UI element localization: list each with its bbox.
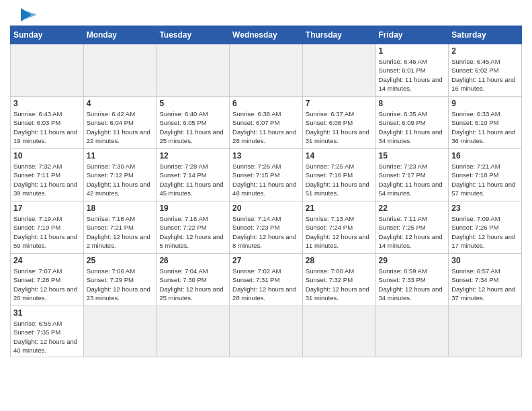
weekday-header-saturday: Saturday xyxy=(449,26,522,44)
calendar-cell xyxy=(230,44,303,97)
day-number: 13 xyxy=(232,151,300,161)
svg-marker-1 xyxy=(26,11,37,19)
calendar-cell: 3Sunrise: 6:43 AM Sunset: 6:03 PM Daylig… xyxy=(11,97,84,149)
day-number: 15 xyxy=(379,151,446,161)
day-number: 6 xyxy=(232,99,300,108)
day-info: Sunrise: 7:09 AM Sunset: 7:26 PM Dayligh… xyxy=(451,214,519,250)
calendar-cell xyxy=(302,306,375,357)
day-number: 1 xyxy=(379,46,446,56)
calendar-cell xyxy=(11,44,84,97)
day-number: 24 xyxy=(13,256,81,265)
day-info: Sunrise: 7:02 AM Sunset: 7:31 PM Dayligh… xyxy=(232,267,300,302)
calendar-week-row: 31Sunrise: 6:55 AM Sunset: 7:35 PM Dayli… xyxy=(11,306,522,357)
calendar-cell: 22Sunrise: 7:11 AM Sunset: 7:25 PM Dayli… xyxy=(375,201,449,254)
day-info: Sunrise: 6:43 AM Sunset: 6:03 PM Dayligh… xyxy=(13,109,81,145)
calendar-cell: 4Sunrise: 6:42 AM Sunset: 6:04 PM Daylig… xyxy=(83,97,157,149)
day-info: Sunrise: 7:28 AM Sunset: 7:14 PM Dayligh… xyxy=(159,162,226,197)
day-info: Sunrise: 7:14 AM Sunset: 7:23 PM Dayligh… xyxy=(232,214,300,250)
calendar-cell: 31Sunrise: 6:55 AM Sunset: 7:35 PM Dayli… xyxy=(11,306,84,357)
weekday-header-sunday: Sunday xyxy=(11,26,84,44)
day-info: Sunrise: 7:30 AM Sunset: 7:12 PM Dayligh… xyxy=(87,162,154,197)
calendar-cell: 20Sunrise: 7:14 AM Sunset: 7:23 PM Dayli… xyxy=(230,201,303,254)
day-number: 20 xyxy=(232,203,300,213)
logo xyxy=(10,7,37,23)
day-number: 9 xyxy=(451,99,519,108)
day-info: Sunrise: 6:40 AM Sunset: 6:05 PM Dayligh… xyxy=(159,109,226,145)
day-info: Sunrise: 7:26 AM Sunset: 7:15 PM Dayligh… xyxy=(232,162,300,197)
day-info: Sunrise: 6:37 AM Sunset: 6:08 PM Dayligh… xyxy=(306,109,373,145)
weekday-header-friday: Friday xyxy=(375,26,449,44)
day-info: Sunrise: 6:35 AM Sunset: 6:09 PM Dayligh… xyxy=(379,109,446,145)
calendar-cell: 9Sunrise: 6:33 AM Sunset: 6:10 PM Daylig… xyxy=(449,97,522,149)
day-number: 10 xyxy=(13,151,81,161)
day-number: 30 xyxy=(451,256,519,265)
day-info: Sunrise: 6:55 AM Sunset: 7:35 PM Dayligh… xyxy=(13,319,81,355)
day-number: 29 xyxy=(379,256,446,265)
day-info: Sunrise: 7:16 AM Sunset: 7:22 PM Dayligh… xyxy=(159,214,226,250)
calendar-cell: 26Sunrise: 7:04 AM Sunset: 7:30 PM Dayli… xyxy=(157,254,230,306)
day-info: Sunrise: 7:04 AM Sunset: 7:30 PM Dayligh… xyxy=(159,267,226,302)
day-number: 25 xyxy=(87,256,154,265)
calendar-cell: 27Sunrise: 7:02 AM Sunset: 7:31 PM Dayli… xyxy=(230,254,303,306)
day-number: 28 xyxy=(306,256,373,265)
day-number: 8 xyxy=(379,99,446,108)
day-info: Sunrise: 7:13 AM Sunset: 7:24 PM Dayligh… xyxy=(306,214,373,250)
day-number: 31 xyxy=(13,308,81,318)
calendar-cell: 17Sunrise: 7:19 AM Sunset: 7:19 PM Dayli… xyxy=(11,201,84,254)
day-number: 12 xyxy=(159,151,226,161)
day-number: 16 xyxy=(451,151,519,161)
day-number: 27 xyxy=(232,256,300,265)
calendar-week-row: 24Sunrise: 7:07 AM Sunset: 7:28 PM Dayli… xyxy=(11,254,522,306)
calendar-cell: 13Sunrise: 7:26 AM Sunset: 7:15 PM Dayli… xyxy=(230,149,303,201)
day-info: Sunrise: 7:23 AM Sunset: 7:17 PM Dayligh… xyxy=(379,162,446,197)
calendar-cell xyxy=(157,44,230,97)
day-number: 23 xyxy=(451,203,519,213)
day-number: 18 xyxy=(87,203,154,213)
weekday-header-monday: Monday xyxy=(83,26,157,44)
day-info: Sunrise: 6:59 AM Sunset: 7:33 PM Dayligh… xyxy=(379,267,446,302)
calendar-cell xyxy=(230,306,303,357)
calendar-cell: 11Sunrise: 7:30 AM Sunset: 7:12 PM Dayli… xyxy=(83,149,157,201)
day-info: Sunrise: 7:00 AM Sunset: 7:32 PM Dayligh… xyxy=(306,267,373,302)
calendar-cell xyxy=(83,306,157,357)
calendar-cell: 7Sunrise: 6:37 AM Sunset: 6:08 PM Daylig… xyxy=(302,97,375,149)
day-info: Sunrise: 6:57 AM Sunset: 7:34 PM Dayligh… xyxy=(451,267,519,302)
day-number: 17 xyxy=(13,203,81,213)
calendar-week-row: 17Sunrise: 7:19 AM Sunset: 7:19 PM Dayli… xyxy=(11,201,522,254)
day-number: 3 xyxy=(13,99,81,108)
calendar-cell: 6Sunrise: 6:38 AM Sunset: 6:07 PM Daylig… xyxy=(230,97,303,149)
calendar-cell: 2Sunrise: 6:45 AM Sunset: 6:02 PM Daylig… xyxy=(449,44,522,97)
day-info: Sunrise: 6:46 AM Sunset: 6:01 PM Dayligh… xyxy=(379,57,446,93)
calendar-cell xyxy=(302,44,375,97)
day-info: Sunrise: 6:33 AM Sunset: 6:10 PM Dayligh… xyxy=(451,109,519,145)
calendar-cell: 16Sunrise: 7:21 AM Sunset: 7:18 PM Dayli… xyxy=(449,149,522,201)
day-info: Sunrise: 6:42 AM Sunset: 6:04 PM Dayligh… xyxy=(87,109,154,145)
weekday-header-wednesday: Wednesday xyxy=(230,26,303,44)
day-info: Sunrise: 7:32 AM Sunset: 7:11 PM Dayligh… xyxy=(13,162,81,197)
day-number: 14 xyxy=(306,151,373,161)
calendar-cell xyxy=(375,306,449,357)
day-number: 4 xyxy=(87,99,154,108)
calendar-cell: 8Sunrise: 6:35 AM Sunset: 6:09 PM Daylig… xyxy=(375,97,449,149)
day-info: Sunrise: 7:25 AM Sunset: 7:16 PM Dayligh… xyxy=(306,162,373,197)
day-info: Sunrise: 6:45 AM Sunset: 6:02 PM Dayligh… xyxy=(451,57,519,93)
day-number: 19 xyxy=(159,203,226,213)
calendar-cell: 28Sunrise: 7:00 AM Sunset: 7:32 PM Dayli… xyxy=(302,254,375,306)
calendar-cell: 18Sunrise: 7:18 AM Sunset: 7:21 PM Dayli… xyxy=(83,201,157,254)
day-number: 26 xyxy=(159,256,226,265)
calendar-cell: 10Sunrise: 7:32 AM Sunset: 7:11 PM Dayli… xyxy=(11,149,84,201)
day-number: 5 xyxy=(159,99,226,108)
calendar-cell: 25Sunrise: 7:06 AM Sunset: 7:29 PM Dayli… xyxy=(83,254,157,306)
weekday-header-row: SundayMondayTuesdayWednesdayThursdayFrid… xyxy=(11,26,522,44)
day-number: 22 xyxy=(379,203,446,213)
day-info: Sunrise: 7:07 AM Sunset: 7:28 PM Dayligh… xyxy=(13,267,81,302)
calendar-cell: 5Sunrise: 6:40 AM Sunset: 6:05 PM Daylig… xyxy=(157,97,230,149)
day-info: Sunrise: 7:11 AM Sunset: 7:25 PM Dayligh… xyxy=(379,214,446,250)
weekday-header-tuesday: Tuesday xyxy=(157,26,230,44)
day-number: 2 xyxy=(451,46,519,56)
calendar-cell: 29Sunrise: 6:59 AM Sunset: 7:33 PM Dayli… xyxy=(375,254,449,306)
calendar-cell: 14Sunrise: 7:25 AM Sunset: 7:16 PM Dayli… xyxy=(302,149,375,201)
calendar-week-row: 1Sunrise: 6:46 AM Sunset: 6:01 PM Daylig… xyxy=(11,44,522,97)
calendar-cell: 19Sunrise: 7:16 AM Sunset: 7:22 PM Dayli… xyxy=(157,201,230,254)
weekday-header-thursday: Thursday xyxy=(302,26,375,44)
